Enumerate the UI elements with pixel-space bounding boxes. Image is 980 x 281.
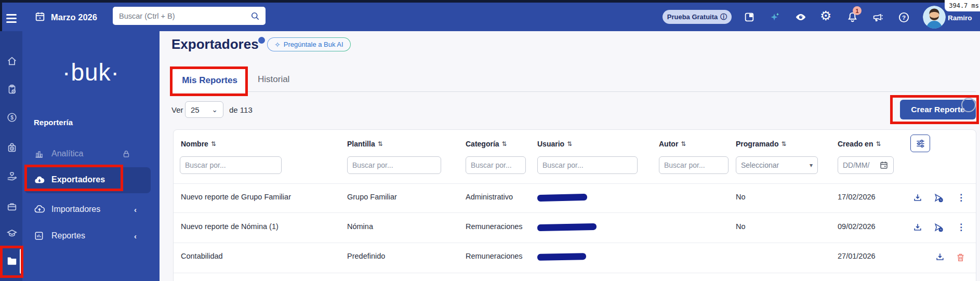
row-menu-icon[interactable]: ⋮ <box>957 223 965 232</box>
money-icon[interactable]: $ <box>6 112 18 123</box>
cell-plantilla: Grupo Familiar <box>347 193 397 201</box>
filter-programado-select[interactable]: Seleccionar ▾ <box>736 156 818 174</box>
schedule-send-icon[interactable] <box>933 222 944 233</box>
gear-icon[interactable]: ⚙ <box>820 9 831 22</box>
sidebar-item-analitica[interactable]: Analítica <box>34 148 153 160</box>
svg-text:$: $ <box>10 115 14 121</box>
save-icon[interactable] <box>744 11 755 23</box>
sidebar-item-label: Exportadores <box>51 175 105 184</box>
trial-badge-label: Prueba Gratuita <box>667 13 718 21</box>
eye-icon[interactable] <box>795 11 806 23</box>
benefits-box-icon[interactable] <box>6 200 18 212</box>
tab-mis-reportes[interactable]: Mis Reportes <box>171 68 248 92</box>
sidebar-rail <box>0 31 22 281</box>
user-avatar[interactable] <box>923 6 946 29</box>
row-divider <box>174 183 976 184</box>
filter-autor-input[interactable] <box>659 156 729 174</box>
filter-plantilla-input[interactable] <box>347 156 441 174</box>
column-settings-button[interactable] <box>910 135 930 152</box>
sort-icon[interactable]: ⇅ <box>567 141 572 147</box>
hamburger-menu-icon[interactable] <box>6 14 17 23</box>
row-divider <box>174 212 976 213</box>
sort-icon[interactable]: ⇅ <box>781 141 786 147</box>
cell-plantilla: Nómina <box>347 222 373 231</box>
cell-nombre: Nuevo reporte de Nómina (1) <box>181 222 279 231</box>
sort-icon[interactable]: ⇅ <box>378 141 383 147</box>
column-header-nombre[interactable]: Nombre⇅ <box>181 140 216 148</box>
lock-icon <box>122 149 131 158</box>
date-placeholder: DD/MM/ <box>843 161 869 169</box>
row-menu-icon[interactable]: ⋮ <box>957 193 965 202</box>
sort-icon[interactable]: ⇅ <box>502 141 507 147</box>
user-name[interactable]: Ramiro <box>948 14 972 22</box>
bag-clock-icon[interactable] <box>6 142 18 153</box>
filter-creado-date-input[interactable]: DD/MM/ <box>838 156 894 174</box>
cell-creado-en: 09/02/2026 <box>838 222 876 231</box>
ask-buk-ai-button[interactable]: ✧ Pregúntale a Buk AI <box>267 37 351 51</box>
sidebar-item-importadores[interactable]: Importadores ‹ <box>34 203 153 216</box>
filter-nombre-input[interactable] <box>180 156 282 174</box>
notification-badge: 1 <box>853 6 862 15</box>
sidebar-item-label: Importadores <box>51 205 100 214</box>
row-divider <box>174 243 976 243</box>
sidebar-item-label: Reportes <box>51 231 85 240</box>
bar-chart-icon <box>34 149 44 159</box>
download-icon[interactable] <box>912 222 923 233</box>
sort-icon[interactable]: ⇅ <box>211 141 216 147</box>
delete-icon[interactable] <box>955 251 966 263</box>
reports-table: Nombre⇅ Plantilla⇅ Categoría⇅ Usuario⇅ A… <box>173 129 976 281</box>
download-icon[interactable] <box>912 192 923 204</box>
column-header-creado-en[interactable]: Creado en⇅ <box>838 140 881 148</box>
ai-sparkle-icon[interactable] <box>769 11 780 23</box>
column-header-autor[interactable]: Autor⇅ <box>659 140 686 148</box>
filter-categoria-input[interactable] <box>466 156 526 174</box>
home-icon[interactable] <box>6 56 18 67</box>
hand-heart-icon[interactable] <box>6 171 18 182</box>
trial-badge[interactable]: Prueba Gratuita ⓘ <box>663 10 732 24</box>
caret-down-icon: ⌄ <box>211 106 218 113</box>
page-size-select[interactable]: 25 ⌄ <box>185 101 223 118</box>
sort-icon[interactable]: ⇅ <box>681 141 686 147</box>
search-input[interactable] <box>118 11 250 21</box>
select-placeholder: Seleccionar <box>741 161 779 169</box>
clipboard-clock-icon[interactable] <box>6 84 18 95</box>
filter-usuario-input[interactable] <box>537 156 638 174</box>
total-count-label: de 113 <box>229 105 253 114</box>
search-icon[interactable] <box>250 11 260 21</box>
column-header-programado[interactable]: Programado⇅ <box>736 140 787 148</box>
download-icon[interactable] <box>934 251 946 263</box>
cloud-download-icon <box>34 175 45 186</box>
report-chart-icon <box>34 231 44 241</box>
learning-icon[interactable] <box>6 228 18 239</box>
schedule-send-icon[interactable] <box>933 192 944 204</box>
redacted-usuario <box>537 223 597 231</box>
period-label[interactable]: Marzo 2026 <box>51 12 97 22</box>
global-search <box>113 7 266 25</box>
column-header-plantilla[interactable]: Plantilla⇅ <box>347 140 383 148</box>
sidebar-item-reportes[interactable]: Reportes ‹ <box>34 230 153 242</box>
cell-creado-en: 27/01/2026 <box>838 252 876 260</box>
ask-buk-ai-label: Pregúntale a Buk AI <box>284 41 343 48</box>
sliders-icon <box>916 139 925 149</box>
chevron-left-icon[interactable]: ‹ <box>134 206 137 213</box>
cell-programado: No <box>736 193 746 201</box>
sort-icon[interactable]: ⇅ <box>876 141 881 147</box>
column-header-usuario[interactable]: Usuario⇅ <box>537 140 572 148</box>
help-icon[interactable]: ? <box>898 11 910 23</box>
calendar-small-icon[interactable] <box>879 160 889 170</box>
cell-categoria: Remuneraciones <box>466 222 523 231</box>
tab-historial[interactable]: Historial <box>258 74 289 85</box>
svg-text:?: ? <box>902 15 906 21</box>
redacted-usuario <box>537 194 587 202</box>
chevron-left-icon[interactable]: ‹ <box>134 232 137 240</box>
info-icon: ⓘ <box>720 14 727 20</box>
megaphone-icon[interactable] <box>872 11 883 23</box>
sidebar-item-exportadores[interactable]: Exportadores <box>24 167 151 193</box>
ai-sparkle-outline-icon: ✧ <box>274 41 281 48</box>
column-header-categoria[interactable]: Categoría⇅ <box>466 140 507 148</box>
redacted-usuario <box>537 253 586 261</box>
create-report-label: Crear Reporte <box>911 105 964 114</box>
folder-icon[interactable] <box>6 255 18 266</box>
calendar-icon[interactable] <box>34 11 46 22</box>
cell-categoria: Administrativo <box>466 193 513 201</box>
